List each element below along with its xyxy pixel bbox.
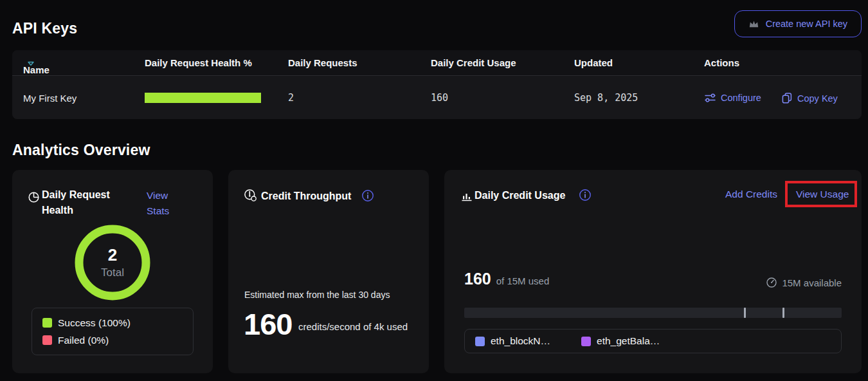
gauge-icon <box>244 189 257 202</box>
configure-button[interactable]: Configure <box>704 92 761 104</box>
daily-credit-usage-value: 160 <box>431 92 448 104</box>
health-bar <box>145 93 261 103</box>
create-api-key-label: Create new API key <box>766 19 847 29</box>
pie-chart-icon <box>28 191 40 203</box>
failed-swatch <box>42 335 52 345</box>
card-daily-credit-usage: Daily Credit Usage Add Credits View Usag… <box>444 170 862 373</box>
sliders-icon <box>704 92 716 104</box>
card-title: Daily Credit Usage <box>475 188 565 203</box>
failed-label: Failed (0%) <box>58 335 109 346</box>
column-name-label: Name <box>23 64 50 75</box>
usage-progress-bar <box>464 308 842 318</box>
card-credit-throughput: Credit Throughput Estimated max from the… <box>228 170 429 373</box>
copy-key-button[interactable]: Copy Key <box>781 92 838 104</box>
success-swatch <box>42 318 52 328</box>
bar-chart-icon <box>461 190 473 202</box>
add-credits-link[interactable]: Add Credits <box>725 189 777 200</box>
copy-icon <box>781 92 793 104</box>
column-requests: Daily Requests <box>288 57 357 68</box>
donut-total-value: 2 <box>108 246 117 264</box>
usage-suffix: of 15M used <box>496 275 550 286</box>
health-bar-fill <box>145 93 261 103</box>
api-keys-table: Name Daily Request Health % Daily Reques… <box>12 50 862 119</box>
table-header-row: Name Daily Request Health % Daily Reques… <box>12 50 862 76</box>
create-api-key-button[interactable]: Create new API key <box>734 10 862 37</box>
throughput-unit: credits/second of 4k used <box>298 321 409 333</box>
view-stats-link[interactable]: View Stats <box>147 188 184 219</box>
column-actions: Actions <box>704 57 739 68</box>
legend-item-success: Success (100%) <box>42 317 183 329</box>
availability-meter-icon <box>766 277 777 288</box>
legend-item-eth-blocknumber: eth_blockN… <box>475 335 550 347</box>
table-row: My First Key 2 160 Sep 8, 2025 Configure… <box>12 77 862 119</box>
updated-value: Sep 8, 2025 <box>574 92 638 104</box>
usage-tick <box>782 308 784 318</box>
info-icon[interactable] <box>361 189 374 202</box>
card-title: Daily Request Health <box>42 187 120 218</box>
eth-getbalance-label: eth_getBala… <box>597 335 660 347</box>
legend-item-eth-getbalance: eth_getBala… <box>581 335 660 347</box>
available-indicator: 15M available <box>766 277 842 288</box>
info-icon[interactable] <box>579 189 592 201</box>
column-health: Daily Request Health % <box>145 57 252 68</box>
legend-item-failed: Failed (0%) <box>42 335 183 346</box>
throughput-value: 160 <box>244 306 292 342</box>
usage-legend-box: eth_blockN… eth_getBala… <box>464 329 842 353</box>
column-credit-usage: Daily Credit Usage <box>431 57 516 68</box>
crown-icon <box>748 19 759 29</box>
card-daily-request-health: Daily Request Health View Stats 2 Total … <box>12 170 213 373</box>
column-name[interactable]: Name <box>23 57 35 68</box>
throughput-subtitle: Estimated max from the last 30 days <box>244 290 390 300</box>
analytics-title: Analytics Overview <box>12 142 150 159</box>
page-title: API Keys <box>12 20 77 37</box>
usage-tick <box>744 308 746 318</box>
usage-line: 160 of 15M used <box>464 270 549 288</box>
key-name: My First Key <box>23 93 77 104</box>
eth-getbalance-swatch <box>581 337 591 346</box>
eth-blocknumber-label: eth_blockN… <box>491 335 550 347</box>
health-legend-box: Success (100%) Failed (0%) <box>32 308 194 355</box>
usage-value: 160 <box>464 270 491 288</box>
donut-total-label: Total <box>101 266 124 279</box>
daily-requests-value: 2 <box>288 92 294 104</box>
eth-blocknumber-swatch <box>475 337 485 346</box>
card-title: Credit Throughput <box>261 189 351 204</box>
configure-label: Configure <box>721 93 761 103</box>
view-usage-link[interactable]: View Usage <box>796 189 849 200</box>
copy-key-label: Copy Key <box>797 93 838 103</box>
success-label: Success (100%) <box>58 317 131 329</box>
column-updated: Updated <box>574 57 613 68</box>
available-label: 15M available <box>782 277 842 288</box>
donut-center: 2 Total <box>73 223 152 302</box>
